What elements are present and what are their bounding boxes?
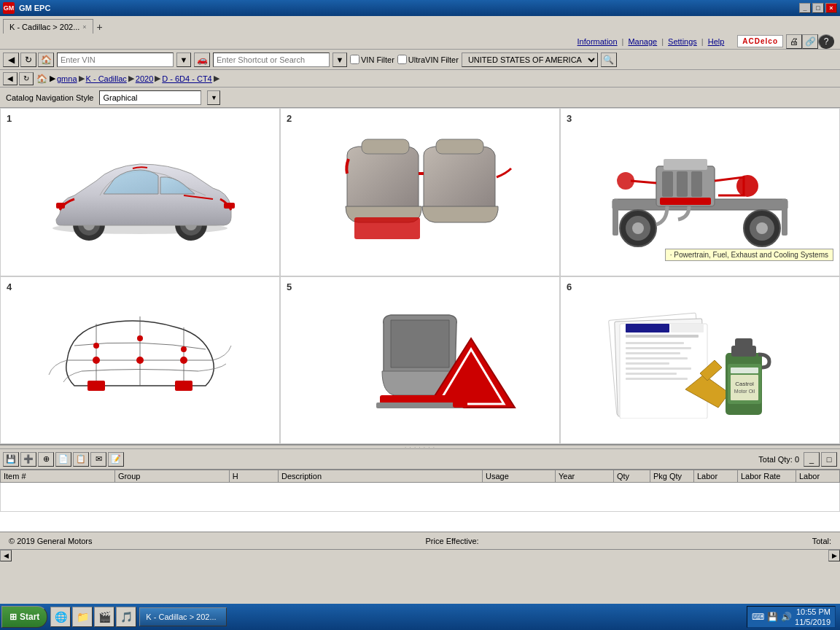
email-icon[interactable]: ✉ xyxy=(90,452,106,467)
menu-settings[interactable]: Settings xyxy=(664,37,701,46)
home-button[interactable]: 🏠 xyxy=(38,52,54,67)
taskbar-media-icon[interactable]: 🎵 xyxy=(116,607,136,627)
nav-back-button[interactable]: ◀ xyxy=(3,72,18,85)
breadcrumb-year[interactable]: 2020 xyxy=(136,74,153,83)
total-qty-label: Total Qty: xyxy=(758,455,792,464)
add-icon[interactable]: ➕ xyxy=(20,452,36,467)
tab-close-icon[interactable]: × xyxy=(82,23,86,31)
cell-number-1: 1 xyxy=(7,113,12,124)
new-tab-button[interactable]: + xyxy=(93,20,106,34)
col-header-h[interactable]: H xyxy=(229,470,278,483)
tab-item[interactable]: K - Cadillac > 202... × xyxy=(3,19,93,34)
close-button[interactable]: × xyxy=(825,3,837,13)
search-icon[interactable]: 🔍 xyxy=(601,52,617,67)
search-dropdown[interactable]: ▼ xyxy=(332,52,347,67)
menu-help[interactable]: Help xyxy=(704,37,729,46)
title-bar: GM GM EPC _ □ × xyxy=(0,0,840,16)
pdf-icon[interactable]: 📄 xyxy=(55,452,71,467)
breadcrumb-bar: ◀ ↻ 🏠 ▶ gmna ▶ K - Cadillac ▶ 2020 ▶ D -… xyxy=(0,70,840,88)
ultravin-filter-text: UltraVIN Filter xyxy=(408,55,459,64)
acdelco-logo: ACDelco xyxy=(737,35,783,47)
window-controls[interactable]: _ □ × xyxy=(799,3,837,13)
menu-manage[interactable]: Manage xyxy=(623,37,661,46)
taskbar-window-label: K - Cadillac > 202... xyxy=(146,612,216,621)
ultravin-filter-checkbox[interactable] xyxy=(397,55,407,64)
horizontal-scrollbar[interactable]: ◀ ▶ xyxy=(0,549,840,561)
vin-filter-label[interactable]: VIN Filter xyxy=(350,55,394,64)
menu-information[interactable]: Information xyxy=(573,37,622,46)
ultravin-filter-label[interactable]: UltraVIN Filter xyxy=(397,55,459,64)
minimize-panel-button[interactable]: _ xyxy=(804,452,820,467)
maximize-button[interactable]: □ xyxy=(812,3,824,13)
col-header-labor[interactable]: Labor xyxy=(694,470,738,483)
cell-number-6: 6 xyxy=(567,281,572,292)
svg-rect-56 xyxy=(626,324,669,332)
breadcrumb-cadillac[interactable]: K - Cadillac xyxy=(86,74,127,83)
back-button[interactable]: ◀ xyxy=(3,52,19,67)
search-input[interactable] xyxy=(213,52,330,67)
minimize-button[interactable]: _ xyxy=(799,3,811,13)
clock-date: 11/5/2019 xyxy=(795,617,831,627)
taskbar-folder-icon[interactable]: 📁 xyxy=(72,607,93,627)
accessories-svg xyxy=(318,302,522,419)
home-nav-icon[interactable]: 🏠 xyxy=(35,72,48,85)
copy-icon[interactable]: 📋 xyxy=(73,452,89,467)
col-header-item[interactable]: Item # xyxy=(1,470,115,483)
col-header-pkg-qty[interactable]: Pkg Qty xyxy=(650,470,694,483)
expand-panel-button[interactable]: □ xyxy=(821,452,837,467)
svg-rect-59 xyxy=(731,346,756,357)
save-icon[interactable]: 💾 xyxy=(3,452,19,467)
col-header-usage[interactable]: Usage xyxy=(483,470,556,483)
grid-cell-4[interactable]: 4 xyxy=(0,276,280,445)
grid-cell-6[interactable]: 6 xyxy=(560,276,840,445)
svg-rect-43 xyxy=(453,389,467,408)
breadcrumb-gmna[interactable]: gmna xyxy=(57,74,77,83)
vin-filter-checkbox[interactable] xyxy=(350,55,359,64)
taskbar-video-icon[interactable]: 🎬 xyxy=(94,607,114,627)
vin-input[interactable] xyxy=(57,52,174,67)
col-header-year[interactable]: Year xyxy=(556,470,614,483)
start-button[interactable]: ⊞ Start xyxy=(1,606,47,628)
table-row xyxy=(1,483,840,512)
scroll-track[interactable] xyxy=(12,550,828,561)
tray-icon-1: ⌨ xyxy=(752,612,764,622)
grid-cell-1[interactable]: 1 xyxy=(0,108,280,276)
catalog-style-input[interactable]: Graphical xyxy=(99,90,201,105)
catalog-bar: Catalog Navigation Style Graphical ▼ xyxy=(0,88,840,108)
catalog-dropdown-button[interactable]: ▼ xyxy=(207,90,220,105)
grid-cell-5[interactable]: 5 xyxy=(280,276,560,445)
taskbar-gmepc-window[interactable]: K - Cadillac > 202... xyxy=(139,607,227,626)
col-header-group[interactable]: Group xyxy=(114,470,229,483)
taskbar-ie-icon[interactable]: 🌐 xyxy=(50,607,71,627)
col-header-labor2[interactable]: Labor xyxy=(796,470,840,483)
system-tray: ⌨ 💾 🔊 10:55 PM 11/5/2019 xyxy=(747,606,836,628)
svg-rect-26 xyxy=(660,198,711,205)
help-icon[interactable]: ? xyxy=(818,34,834,49)
col-header-description[interactable]: Description xyxy=(279,470,483,483)
breadcrumb-model[interactable]: D - 6D4 - CT4 xyxy=(162,74,211,83)
vin-filter-text: VIN Filter xyxy=(361,55,394,64)
svg-rect-54 xyxy=(626,373,677,375)
svg-rect-10 xyxy=(362,139,409,154)
col-header-qty[interactable]: Qty xyxy=(614,470,650,483)
region-select[interactable]: UNITED STATES OF AMERICA xyxy=(462,52,598,67)
notes-icon[interactable]: 📝 xyxy=(108,452,124,467)
bottom-toolbar: 💾 ➕ ⊕ 📄 📋 ✉ 📝 Total Qty: 0 _ □ xyxy=(0,449,840,470)
scroll-left-button[interactable]: ◀ xyxy=(0,550,12,561)
refresh-button[interactable]: ↻ xyxy=(20,52,36,67)
network-icon[interactable]: 🔗 xyxy=(802,34,818,49)
main-grid: 1 xyxy=(0,108,840,445)
nav-forward-button[interactable]: ↻ xyxy=(19,72,34,85)
grid-cell-3[interactable]: 3 xyxy=(560,108,840,276)
svg-point-28 xyxy=(617,172,634,190)
svg-rect-51 xyxy=(626,357,688,359)
vin-scan-icon[interactable]: 🚗 xyxy=(194,52,210,67)
service-info-svg: Castrol Motor Oil xyxy=(598,302,802,419)
circle-add-icon[interactable]: ⊕ xyxy=(38,452,54,467)
col-header-labor-rate[interactable]: Labor Rate xyxy=(738,470,796,483)
print-icon[interactable]: 🖨 xyxy=(786,34,802,49)
svg-rect-48 xyxy=(626,342,684,344)
grid-cell-2[interactable]: 2 xyxy=(280,108,560,276)
vin-dropdown[interactable]: ▼ xyxy=(176,52,191,67)
scroll-right-button[interactable]: ▶ xyxy=(828,550,840,561)
